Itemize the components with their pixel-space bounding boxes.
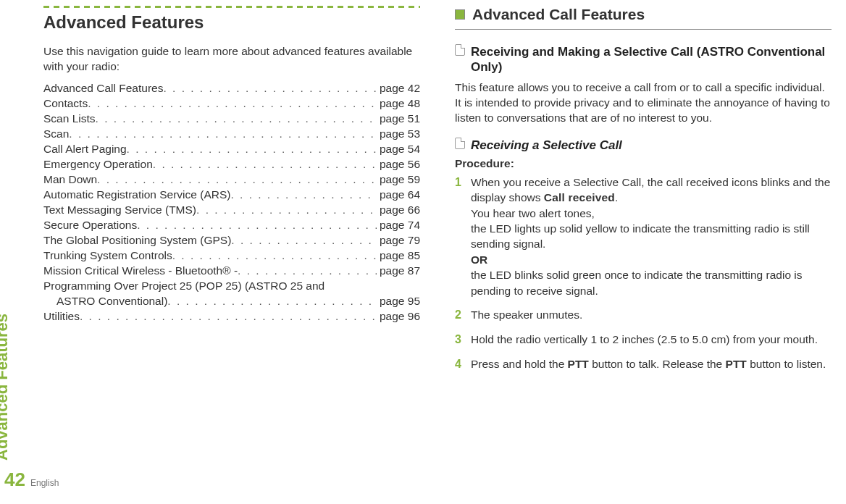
toc-label: Mission Critical Wireless - Bluetooth® - xyxy=(43,264,238,277)
toc-dots xyxy=(230,188,377,201)
toc-row: Scan Listspage 51 xyxy=(43,112,420,125)
book-icon xyxy=(455,138,465,149)
toc-label: Emergency Operation xyxy=(43,158,153,171)
toc-label: Call Alert Paging xyxy=(43,143,127,156)
toc-dots xyxy=(97,173,377,186)
toc-row: Contactspage 48 xyxy=(43,97,420,110)
page-number: 42 xyxy=(4,469,25,491)
step-text: You hear two alert tones, xyxy=(471,207,595,219)
step: 3 Hold the radio vertically 1 to 2 inche… xyxy=(455,332,832,348)
step-text: the LED lights up solid yellow to indica… xyxy=(471,222,810,250)
chapter-title: Advanced Features xyxy=(43,12,420,33)
section-rule xyxy=(455,29,832,30)
section-header-row: Advanced Call Features xyxy=(455,6,832,23)
step-body: Hold the radio vertically 1 to 2 inches … xyxy=(471,332,832,348)
paragraph: This feature allows you to receive a cal… xyxy=(455,80,832,126)
or-label: OR xyxy=(471,253,487,266)
toc-label: Trunking System Controls xyxy=(43,249,172,262)
toc-dots xyxy=(163,82,377,95)
step: 4 Press and hold the PTT button to talk.… xyxy=(455,356,832,372)
dashed-rule xyxy=(43,6,420,8)
step-text: Press and hold the xyxy=(471,358,568,370)
toc-page: page 48 xyxy=(377,97,420,110)
toc-label: ASTRO Conventional) xyxy=(56,295,167,308)
section-title: Advanced Call Features xyxy=(472,6,645,23)
toc-page: page 96 xyxy=(377,310,420,323)
subsection-row: Receiving a Selective Call xyxy=(455,138,832,153)
toc-row: Call Alert Pagingpage 54 xyxy=(43,143,420,156)
step: 2 The speaker unmutes. xyxy=(455,307,832,323)
toc-row: Utilitiespage 96 xyxy=(43,310,420,323)
toc-label: Scan Lists xyxy=(43,112,96,125)
toc-label: Automatic Registration Service (ARS) xyxy=(43,188,230,201)
toc-label: The Global Positioning System (GPS) xyxy=(43,234,231,247)
subsection-title: Receiving a Selective Call xyxy=(471,138,622,153)
page-content: Advanced Features Use this navigation gu… xyxy=(43,0,832,504)
toc-row: Automatic Registration Service (ARS)page… xyxy=(43,188,420,201)
toc-dots xyxy=(127,143,377,156)
toc-label-line1: Programming Over Project 25 (POP 25) (AS… xyxy=(43,280,420,293)
toc-page: page 79 xyxy=(377,234,420,247)
step-body: Press and hold the PTT button to talk. R… xyxy=(471,356,832,372)
toc-page: page 85 xyxy=(377,249,420,262)
toc-label: Advanced Call Features xyxy=(43,82,163,95)
step-text: the LED blinks solid green once to indic… xyxy=(471,269,803,296)
toc-page: page 95 xyxy=(377,295,420,308)
toc-dots xyxy=(80,310,377,323)
toc-dots xyxy=(238,264,377,277)
toc-dots xyxy=(69,127,377,140)
toc-dots xyxy=(96,112,377,125)
step-number: 4 xyxy=(455,356,471,372)
step-body: When you receive a Selective Call, the c… xyxy=(471,175,832,298)
toc-page: page 59 xyxy=(377,173,420,186)
toc-label: Scan xyxy=(43,127,69,140)
toc-label: Utilities xyxy=(43,310,80,323)
square-bullet-icon xyxy=(455,9,465,20)
step-text: . xyxy=(615,191,618,203)
toc-dots xyxy=(231,234,377,247)
toc-page: page 64 xyxy=(377,188,420,201)
toc-page: page 87 xyxy=(377,264,420,277)
toc-page: page 53 xyxy=(377,127,420,140)
book-icon xyxy=(455,44,465,56)
toc-row: Mission Critical Wireless - Bluetooth® -… xyxy=(43,264,420,277)
toc-row-wrapped: Programming Over Project 25 (POP 25) (AS… xyxy=(43,280,420,308)
toc-row: Scanpage 53 xyxy=(43,127,420,140)
subsection-row: Receiving and Making a Selective Call (A… xyxy=(455,44,832,75)
toc-page: page 51 xyxy=(377,112,420,125)
toc-dots xyxy=(196,203,377,217)
toc-dots xyxy=(88,97,377,110)
ptt-label: PTT xyxy=(568,358,589,370)
step-number: 3 xyxy=(455,332,471,348)
toc-row: Man Downpage 59 xyxy=(43,173,420,186)
toc-page: page 66 xyxy=(377,203,420,217)
ptt-label: PTT xyxy=(726,358,747,370)
toc-label: Man Down xyxy=(43,173,97,186)
toc-row: Secure Operationspage 74 xyxy=(43,219,420,232)
toc-row: The Global Positioning System (GPS)page … xyxy=(43,234,420,247)
toc-label: Text Messaging Service (TMS) xyxy=(43,203,196,217)
step-text: When you receive a Selective Call, the c… xyxy=(471,176,830,203)
toc-label: Contacts xyxy=(43,97,88,110)
step: 1 When you receive a Selective Call, the… xyxy=(455,175,832,298)
toc-row: Text Messaging Service (TMS)page 66 xyxy=(43,203,420,217)
left-column: Advanced Features Use this navigation gu… xyxy=(43,6,420,504)
side-section-label: Advanced Features xyxy=(0,314,12,461)
intro-text: Use this navigation guide to learn more … xyxy=(43,44,420,75)
toc-label: Secure Operations xyxy=(43,219,137,232)
toc-row: Emergency Operationpage 56 xyxy=(43,158,420,171)
toc-row: Trunking System Controlspage 85 xyxy=(43,249,420,262)
display-text: Call received xyxy=(544,191,615,203)
procedure-label: Procedure: xyxy=(455,157,832,170)
step-number: 1 xyxy=(455,175,471,298)
step-number: 2 xyxy=(455,307,471,323)
toc-page: page 54 xyxy=(377,143,420,156)
subsection-title: Receiving and Making a Selective Call (A… xyxy=(471,44,832,75)
right-column: Advanced Call Features Receiving and Mak… xyxy=(455,6,832,504)
toc-page: page 74 xyxy=(377,219,420,232)
step-text: button to talk. Release the xyxy=(589,358,726,370)
toc-dots xyxy=(172,249,377,262)
toc-dots xyxy=(153,158,377,171)
toc-dots xyxy=(137,219,377,232)
step-body: The speaker unmutes. xyxy=(471,307,832,323)
